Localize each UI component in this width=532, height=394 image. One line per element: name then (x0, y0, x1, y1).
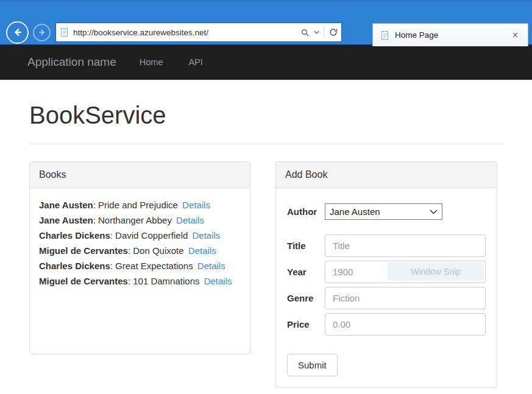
add-book-panel: Add Book Author Jane Austen Title (275, 161, 497, 388)
book-list: Jane Austen: Pride and Prejudice Details… (30, 188, 250, 354)
page-content: BookService Books Jane Austen: Pride and… (0, 102, 532, 388)
page-title: BookService (29, 102, 503, 129)
book-title: 101 Damnations (133, 276, 199, 286)
forward-arrow-icon (38, 28, 46, 37)
tab-page-icon (380, 30, 390, 40)
browser-window: http://bookservice.azurewebsites.net/ (0, 0, 532, 394)
price-label: Price (287, 319, 325, 329)
nav-link-home[interactable]: Home (140, 57, 163, 67)
author-select[interactable]: Jane Austen (325, 203, 442, 220)
book-details-link[interactable]: Details (197, 261, 225, 271)
book-title: Pride and Prejudice (98, 200, 178, 210)
navbar: Application name Home API (0, 44, 532, 80)
page-icon (60, 27, 69, 37)
navbar-brand[interactable]: Application name (27, 55, 116, 69)
title-label: Title (287, 241, 325, 251)
book-author: Charles Dickens (39, 261, 110, 271)
book-separator: : (93, 200, 98, 210)
refresh-icon[interactable] (328, 27, 338, 37)
book-row: Miguel de Cervantes: Don Quixote Details (39, 243, 241, 258)
book-author: Jane Austen (39, 200, 93, 210)
search-icon[interactable] (300, 28, 310, 37)
book-details-link[interactable]: Details (176, 215, 204, 225)
book-separator: : (110, 230, 115, 241)
divider (29, 144, 503, 144)
genre-label: Genre (287, 293, 325, 303)
book-row: Charles Dickens: David Copperfield Detai… (39, 228, 241, 243)
book-separator: : (128, 245, 133, 256)
year-input[interactable] (325, 261, 486, 283)
book-separator: : (128, 276, 133, 286)
book-author: Charles Dickens (39, 230, 110, 241)
price-input[interactable] (325, 313, 486, 336)
book-title: Northanger Abbey (98, 215, 172, 225)
close-tab-button[interactable]: × (510, 30, 520, 41)
nav-link-api[interactable]: API (188, 57, 202, 67)
book-details-link[interactable]: Details (182, 200, 210, 210)
search-dropdown-chevron-icon[interactable] (314, 30, 319, 34)
tab-home-page[interactable]: Home Page × (372, 23, 528, 46)
book-details-link[interactable]: Details (188, 245, 216, 256)
book-author: Jane Austen (39, 215, 93, 225)
book-author: Miguel de Cervantes (39, 245, 128, 256)
back-arrow-icon (12, 27, 23, 38)
address-bar-divider (324, 26, 324, 38)
back-button[interactable] (6, 21, 29, 44)
submit-button[interactable]: Submit (287, 354, 338, 376)
address-bar[interactable]: http://bookservice.azurewebsites.net/ (55, 23, 342, 42)
title-input[interactable] (325, 234, 486, 257)
book-separator: : (93, 215, 98, 225)
book-row: Miguel de Cervantes: 101 Damnations Deta… (39, 273, 241, 289)
tab-title: Home Page (395, 30, 438, 40)
book-title: Don Quixote (133, 245, 183, 256)
year-label: Year (287, 267, 325, 277)
books-panel: Books Jane Austen: Pride and Prejudice D… (29, 161, 250, 354)
book-row: Jane Austen: Northanger Abbey Details (39, 213, 241, 228)
browser-chrome: http://bookservice.azurewebsites.net/ (0, 0, 532, 44)
book-author: Miguel de Cervantes (39, 276, 128, 286)
book-separator: : (110, 261, 115, 271)
select-chevron-icon (430, 209, 438, 214)
book-row: Charles Dickens: Great Expectations Deta… (39, 258, 241, 273)
books-panel-title: Books (30, 162, 250, 188)
book-details-link[interactable]: Details (204, 276, 232, 286)
book-details-link[interactable]: Details (192, 230, 220, 241)
genre-input[interactable] (325, 287, 486, 309)
add-book-panel-title: Add Book (276, 162, 497, 188)
url-text[interactable]: http://bookservice.azurewebsites.net/ (73, 28, 300, 37)
author-label: Author (287, 206, 325, 217)
book-title: David Copperfield (115, 230, 188, 241)
author-select-value: Jane Austen (330, 206, 380, 217)
forward-button[interactable] (33, 24, 51, 41)
book-row: Jane Austen: Pride and Prejudice Details (39, 197, 241, 213)
book-title: Great Expectations (115, 261, 193, 271)
